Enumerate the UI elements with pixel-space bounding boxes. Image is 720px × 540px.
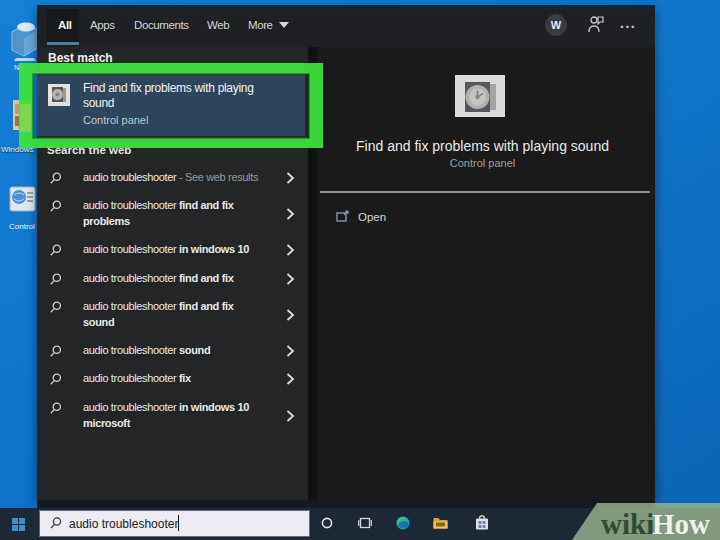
svg-text:How: How bbox=[652, 508, 710, 540]
svg-text:Control P: Control P bbox=[9, 222, 39, 231]
svg-text:wiki: wiki bbox=[601, 508, 654, 540]
